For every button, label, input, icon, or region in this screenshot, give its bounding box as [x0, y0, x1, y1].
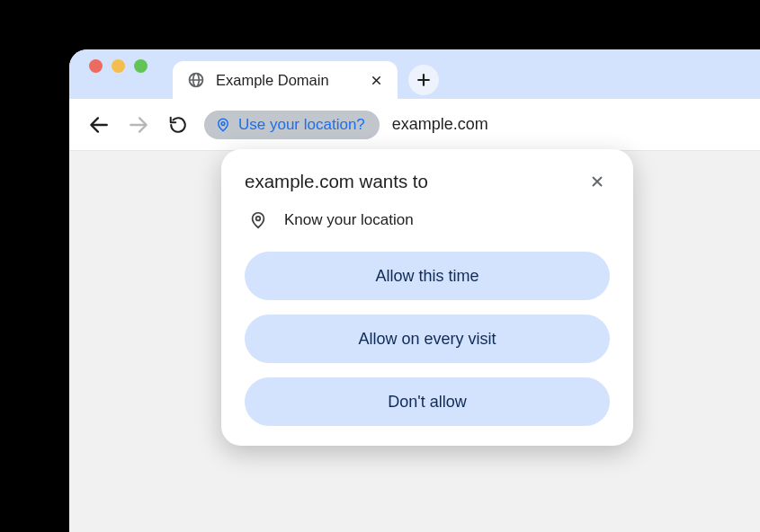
allow-once-button[interactable]: Allow this time: [245, 252, 610, 300]
window-zoom-button[interactable]: [134, 59, 148, 73]
deny-button[interactable]: Don't allow: [245, 377, 610, 426]
globe-icon: [187, 71, 205, 89]
forward-button[interactable]: [125, 111, 152, 138]
location-pin-icon: [215, 117, 231, 133]
window-controls: [89, 49, 148, 99]
permission-label: Know your location: [284, 211, 414, 229]
reload-button[interactable]: [165, 111, 192, 138]
toolbar: Use your location? example.com: [69, 99, 760, 151]
popover-title: example.com wants to: [245, 171, 428, 192]
browser-window: Example Domain Use your loca: [69, 49, 760, 532]
browser-tab[interactable]: Example Domain: [173, 61, 398, 99]
permission-row: Know your location: [245, 210, 610, 230]
omnibox[interactable]: Use your location? example.com: [204, 111, 488, 139]
tab-strip: Example Domain: [173, 49, 439, 99]
window-close-button[interactable]: [89, 59, 103, 73]
back-button[interactable]: [85, 111, 112, 138]
allow-always-button[interactable]: Allow on every visit: [245, 315, 610, 363]
tab-title: Example Domain: [216, 72, 356, 89]
popover-close-button[interactable]: [585, 169, 610, 194]
titlebar: Example Domain: [69, 49, 760, 99]
permission-buttons: Allow this time Allow on every visit Don…: [245, 252, 610, 426]
new-tab-button[interactable]: [408, 65, 439, 95]
svg-point-0: [221, 121, 225, 125]
popover-header: example.com wants to: [245, 169, 610, 194]
permission-chip-text: Use your location?: [238, 116, 365, 134]
svg-point-1: [256, 217, 261, 221]
location-pin-icon: [248, 210, 268, 230]
location-permission-chip[interactable]: Use your location?: [204, 111, 380, 139]
window-minimize-button[interactable]: [112, 59, 125, 73]
permission-popover: example.com wants to Know your location …: [221, 149, 633, 446]
url-text: example.com: [392, 115, 488, 134]
tab-close-button[interactable]: [367, 71, 385, 89]
